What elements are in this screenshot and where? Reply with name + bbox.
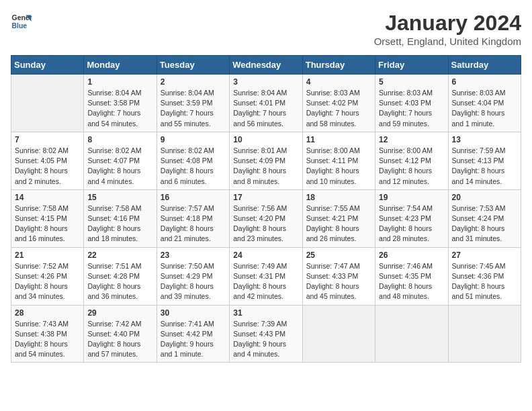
day-number: 9	[161, 135, 226, 144]
day-info: Sunrise: 8:00 AMSunset: 4:12 PMDaylight:…	[379, 146, 444, 187]
day-number: 3	[233, 77, 298, 87]
day-info: Sunrise: 7:53 AMSunset: 4:24 PMDaylight:…	[452, 203, 517, 244]
day-info: Sunrise: 8:02 AMSunset: 4:08 PMDaylight:…	[161, 146, 226, 187]
calendar-cell	[375, 305, 448, 363]
calendar-cell: 1Sunrise: 8:04 AMSunset: 3:58 PMDaylight…	[84, 75, 157, 132]
logo-icon: General Blue	[11, 11, 32, 32]
calendar-body: 1Sunrise: 8:04 AMSunset: 3:58 PMDaylight…	[11, 75, 521, 363]
calendar-cell: 30Sunrise: 7:41 AMSunset: 4:42 PMDayligh…	[157, 305, 229, 363]
day-number: 5	[379, 77, 444, 87]
calendar-cell: 27Sunrise: 7:45 AMSunset: 4:36 PMDayligh…	[448, 247, 521, 305]
calendar-cell	[448, 305, 521, 363]
day-info: Sunrise: 7:49 AMSunset: 4:31 PMDaylight:…	[233, 261, 298, 302]
day-number: 13	[452, 135, 517, 144]
day-info: Sunrise: 7:51 AMSunset: 4:28 PMDaylight:…	[87, 261, 152, 302]
calendar-cell: 23Sunrise: 7:50 AMSunset: 4:29 PMDayligh…	[157, 247, 229, 305]
day-number: 22	[87, 250, 152, 260]
day-info: Sunrise: 7:39 AMSunset: 4:43 PMDaylight:…	[233, 319, 298, 360]
day-info: Sunrise: 7:55 AMSunset: 4:21 PMDaylight:…	[306, 203, 371, 244]
calendar-cell: 3Sunrise: 8:04 AMSunset: 4:01 PMDaylight…	[230, 75, 302, 132]
calendar-cell: 6Sunrise: 8:03 AMSunset: 4:04 PMDaylight…	[448, 75, 521, 132]
day-number: 2	[161, 77, 226, 87]
day-number: 24	[233, 250, 298, 260]
logo: General Blue	[11, 11, 32, 32]
day-info: Sunrise: 8:00 AMSunset: 4:11 PMDaylight:…	[306, 146, 371, 187]
day-number: 17	[233, 193, 298, 202]
day-number: 7	[15, 135, 80, 144]
day-number: 1	[87, 77, 152, 87]
day-info: Sunrise: 7:56 AMSunset: 4:20 PMDaylight:…	[233, 203, 298, 244]
calendar-cell	[302, 305, 375, 363]
day-info: Sunrise: 7:57 AMSunset: 4:18 PMDaylight:…	[161, 203, 226, 244]
day-info: Sunrise: 7:59 AMSunset: 4:13 PMDaylight:…	[452, 146, 517, 187]
calendar-cell: 25Sunrise: 7:47 AMSunset: 4:33 PMDayligh…	[302, 247, 375, 305]
day-info: Sunrise: 7:58 AMSunset: 4:15 PMDaylight:…	[15, 203, 80, 244]
calendar-row: 7Sunrise: 8:02 AMSunset: 4:05 PMDaylight…	[11, 132, 521, 189]
day-number: 28	[15, 308, 80, 318]
calendar-cell: 22Sunrise: 7:51 AMSunset: 4:28 PMDayligh…	[84, 247, 157, 305]
day-number: 26	[379, 250, 444, 260]
day-info: Sunrise: 7:52 AMSunset: 4:26 PMDaylight:…	[15, 261, 80, 302]
day-number: 4	[306, 77, 371, 87]
calendar-cell: 26Sunrise: 7:46 AMSunset: 4:35 PMDayligh…	[375, 247, 448, 305]
calendar-row: 28Sunrise: 7:43 AMSunset: 4:38 PMDayligh…	[11, 305, 521, 363]
weekday-header-cell: Friday	[375, 56, 448, 75]
calendar-cell: 13Sunrise: 7:59 AMSunset: 4:13 PMDayligh…	[448, 132, 521, 189]
day-info: Sunrise: 8:03 AMSunset: 4:03 PMDaylight:…	[379, 88, 444, 129]
calendar-cell: 12Sunrise: 8:00 AMSunset: 4:12 PMDayligh…	[375, 132, 448, 189]
calendar-row: 14Sunrise: 7:58 AMSunset: 4:15 PMDayligh…	[11, 189, 521, 247]
day-number: 21	[15, 250, 80, 260]
weekday-header-cell: Monday	[84, 56, 157, 75]
day-info: Sunrise: 8:04 AMSunset: 3:58 PMDaylight:…	[87, 88, 152, 129]
day-number: 12	[379, 135, 444, 144]
calendar-cell: 18Sunrise: 7:55 AMSunset: 4:21 PMDayligh…	[302, 189, 375, 247]
day-number: 18	[306, 193, 371, 202]
weekday-header-cell: Sunday	[11, 56, 84, 75]
day-info: Sunrise: 8:02 AMSunset: 4:07 PMDaylight:…	[87, 146, 152, 187]
day-number: 20	[452, 193, 517, 202]
weekday-header-row: SundayMondayTuesdayWednesdayThursdayFrid…	[11, 56, 521, 75]
day-info: Sunrise: 7:54 AMSunset: 4:23 PMDaylight:…	[379, 203, 444, 244]
calendar-row: 1Sunrise: 8:04 AMSunset: 3:58 PMDaylight…	[11, 75, 521, 132]
day-number: 25	[306, 250, 371, 260]
day-info: Sunrise: 8:02 AMSunset: 4:05 PMDaylight:…	[15, 146, 80, 187]
day-number: 8	[87, 135, 152, 144]
day-number: 29	[87, 308, 152, 318]
calendar-cell: 28Sunrise: 7:43 AMSunset: 4:38 PMDayligh…	[11, 305, 84, 363]
day-info: Sunrise: 7:58 AMSunset: 4:16 PMDaylight:…	[87, 203, 152, 244]
calendar-cell: 14Sunrise: 7:58 AMSunset: 4:15 PMDayligh…	[11, 189, 84, 247]
day-info: Sunrise: 7:42 AMSunset: 4:40 PMDaylight:…	[87, 319, 152, 360]
day-info: Sunrise: 7:43 AMSunset: 4:38 PMDaylight:…	[15, 319, 80, 360]
calendar-cell: 8Sunrise: 8:02 AMSunset: 4:07 PMDaylight…	[84, 132, 157, 189]
day-info: Sunrise: 8:03 AMSunset: 4:04 PMDaylight:…	[452, 88, 517, 129]
weekday-header-cell: Wednesday	[230, 56, 302, 75]
day-info: Sunrise: 8:03 AMSunset: 4:02 PMDaylight:…	[306, 88, 371, 129]
calendar-cell: 11Sunrise: 8:00 AMSunset: 4:11 PMDayligh…	[302, 132, 375, 189]
calendar-cell: 20Sunrise: 7:53 AMSunset: 4:24 PMDayligh…	[448, 189, 521, 247]
day-info: Sunrise: 7:46 AMSunset: 4:35 PMDaylight:…	[379, 261, 444, 302]
calendar-row: 21Sunrise: 7:52 AMSunset: 4:26 PMDayligh…	[11, 247, 521, 305]
calendar-subtitle: Orsett, England, United Kingdom	[374, 36, 521, 47]
calendar-cell: 31Sunrise: 7:39 AMSunset: 4:43 PMDayligh…	[230, 305, 302, 363]
calendar-table: SundayMondayTuesdayWednesdayThursdayFrid…	[11, 55, 521, 363]
day-info: Sunrise: 8:04 AMSunset: 4:01 PMDaylight:…	[233, 88, 298, 129]
day-info: Sunrise: 8:04 AMSunset: 3:59 PMDaylight:…	[161, 88, 226, 129]
day-number: 15	[87, 193, 152, 202]
day-number: 30	[161, 308, 226, 318]
title-block: January 2024 Orsett, England, United Kin…	[374, 11, 521, 47]
day-number: 14	[15, 193, 80, 202]
calendar-cell: 7Sunrise: 8:02 AMSunset: 4:05 PMDaylight…	[11, 132, 84, 189]
day-number: 19	[379, 193, 444, 202]
header: General Blue January 2024 Orsett, Englan…	[11, 11, 521, 47]
calendar-cell: 4Sunrise: 8:03 AMSunset: 4:02 PMDaylight…	[302, 75, 375, 132]
day-info: Sunrise: 8:01 AMSunset: 4:09 PMDaylight:…	[233, 146, 298, 187]
calendar-cell: 16Sunrise: 7:57 AMSunset: 4:18 PMDayligh…	[157, 189, 229, 247]
calendar-cell: 17Sunrise: 7:56 AMSunset: 4:20 PMDayligh…	[230, 189, 302, 247]
day-number: 10	[233, 135, 298, 144]
calendar-cell: 24Sunrise: 7:49 AMSunset: 4:31 PMDayligh…	[230, 247, 302, 305]
day-info: Sunrise: 7:50 AMSunset: 4:29 PMDaylight:…	[161, 261, 226, 302]
calendar-cell: 5Sunrise: 8:03 AMSunset: 4:03 PMDaylight…	[375, 75, 448, 132]
calendar-cell: 15Sunrise: 7:58 AMSunset: 4:16 PMDayligh…	[84, 189, 157, 247]
weekday-header-cell: Thursday	[302, 56, 375, 75]
calendar-cell: 10Sunrise: 8:01 AMSunset: 4:09 PMDayligh…	[230, 132, 302, 189]
